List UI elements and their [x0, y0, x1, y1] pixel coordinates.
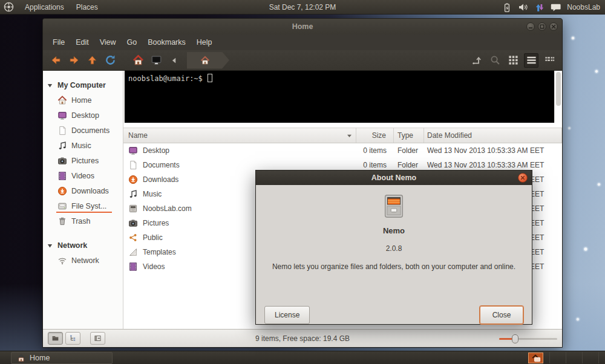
section-label: My Computer	[57, 81, 106, 89]
column-header-size[interactable]: Size	[356, 128, 394, 143]
desktop-icon	[57, 111, 67, 120]
pictures-icon	[57, 156, 67, 166]
menu-file[interactable]: File	[47, 34, 70, 50]
trash-icon	[57, 216, 67, 226]
embedded-terminal[interactable]: noobslab@umair:~$	[123, 71, 554, 123]
slider-handle[interactable]	[512, 334, 518, 343]
username-label[interactable]: NoobsLab	[567, 3, 600, 11]
terminal-prompt: noobslab@umair:~$	[128, 74, 203, 83]
videos-icon	[128, 262, 138, 271]
sidebar-section-header: Network	[43, 238, 123, 253]
sidebar-item-downloads[interactable]: Downloads	[43, 183, 123, 198]
minimize-button[interactable]	[526, 22, 535, 31]
show-places-button[interactable]	[48, 332, 63, 345]
sidebar-item-desktop[interactable]: Desktop	[43, 108, 123, 123]
sidebar-item-network[interactable]: Network	[43, 253, 123, 268]
search-button[interactable]	[488, 53, 502, 68]
expander-icon[interactable]	[47, 243, 53, 249]
terminal-scrollbar[interactable]	[554, 71, 562, 123]
dialog-close-button[interactable]	[518, 173, 528, 183]
sidebar-item-file-syst[interactable]: File Syst...	[43, 198, 123, 213]
compact-view-button[interactable]	[542, 53, 557, 68]
statusbar: 9 items, Free space: 19.4 GB	[43, 329, 562, 347]
home-button[interactable]	[131, 53, 145, 68]
sidebar-item-music[interactable]: Music	[43, 138, 123, 153]
license-button[interactable]: License	[264, 306, 310, 324]
applications-menu[interactable]: Applications	[19, 0, 70, 15]
taskbar-separator	[598, 352, 599, 363]
nemo-app-icon	[380, 192, 408, 220]
show-desktop-button[interactable]	[528, 353, 543, 363]
sidebar-section-header: My Computer	[43, 78, 123, 93]
collapse-breadcrumb-icon[interactable]	[167, 53, 182, 68]
file-row-desktop[interactable]: Desktop0 itemsFolderWed 13 Nov 2013 10:5…	[123, 143, 562, 158]
zoom-slider[interactable]	[499, 334, 557, 343]
home-icon	[200, 56, 210, 65]
distro-logo-icon[interactable]	[4, 2, 14, 12]
battery-icon[interactable]	[502, 2, 512, 12]
public-icon	[128, 233, 138, 242]
list-view-button[interactable]	[524, 53, 538, 68]
volume-icon[interactable]	[518, 2, 529, 12]
music-icon	[57, 141, 67, 151]
desktop-icon	[128, 146, 138, 155]
column-header-date-modified[interactable]: Date Modified	[424, 128, 562, 143]
places-sidebar: My ComputerHomeDesktopDocumentsMusicPict…	[43, 71, 123, 329]
up-button[interactable]	[85, 53, 99, 68]
videos-icon	[57, 171, 67, 181]
status-text: 9 items, Free space: 19.4 GB	[43, 334, 562, 343]
menu-help[interactable]: Help	[191, 34, 218, 50]
places-menu[interactable]: Places	[70, 0, 104, 15]
app-name: Nemo	[256, 226, 532, 235]
refresh-button[interactable]	[103, 53, 117, 68]
icon-view-button[interactable]	[506, 53, 520, 68]
templates-icon	[128, 247, 138, 257]
network-icon	[57, 256, 67, 265]
chat-bubble-icon[interactable]	[551, 2, 561, 12]
section-label: Network	[57, 241, 87, 250]
toggle-location-entry-button[interactable]	[469, 53, 484, 68]
downloads-icon	[57, 186, 67, 196]
maximize-button[interactable]	[538, 22, 546, 31]
sidebar-item-trash[interactable]: Trash	[43, 213, 123, 229]
close-dialog-button[interactable]: Close	[480, 306, 523, 324]
music-icon	[128, 189, 138, 199]
forward-button[interactable]	[67, 53, 81, 68]
system-tray	[502, 2, 561, 12]
sidebar-item-documents[interactable]: Documents	[43, 123, 123, 138]
pictures-icon	[128, 218, 138, 228]
app-description: Nemo lets you organize files and folders…	[256, 262, 532, 271]
dialog-titlebar[interactable]: About Nemo	[256, 171, 532, 185]
dialog-title: About Nemo	[371, 174, 416, 182]
top-panel: Applications Places Sat Dec 7, 12:02 PM …	[0, 0, 605, 15]
computer-button[interactable]	[149, 53, 163, 68]
list-header: Name Size Type Date Modified	[123, 128, 562, 143]
expander-icon[interactable]	[47, 83, 53, 88]
taskbar-window-home[interactable]: Home	[11, 352, 113, 364]
scrollbar-thumb[interactable]	[556, 72, 561, 106]
sidebar-item-pictures[interactable]: Pictures	[43, 153, 123, 168]
close-button[interactable]	[549, 22, 558, 31]
noobslab-icon	[128, 204, 138, 213]
back-button[interactable]	[48, 53, 63, 68]
column-header-type[interactable]: Type	[394, 128, 424, 143]
taskbar-separator	[549, 352, 550, 363]
window-titlebar[interactable]: Home	[43, 19, 562, 34]
breadcrumb-home[interactable]	[187, 52, 229, 69]
menu-bookmarks[interactable]: Bookmarks	[142, 34, 191, 50]
hide-sidepane-button[interactable]	[90, 332, 105, 345]
column-header-name[interactable]: Name	[123, 128, 356, 143]
taskbar-separator	[566, 352, 566, 363]
sync-arrows-icon[interactable]	[534, 2, 545, 12]
menubar: FileEditViewGoBookmarksHelp	[43, 34, 562, 50]
menu-edit[interactable]: Edit	[70, 34, 94, 50]
taskbar: Home	[0, 351, 605, 364]
about-nemo-dialog: About Nemo Nemo 2.0.8 Nemo lets you orga…	[255, 170, 532, 325]
show-treeview-button[interactable]	[65, 332, 80, 345]
menu-go[interactable]: Go	[122, 34, 143, 50]
menu-view[interactable]: View	[94, 34, 122, 50]
home-icon	[17, 354, 25, 362]
sidebar-item-home[interactable]: Home	[43, 93, 123, 108]
sidebar-item-videos[interactable]: Videos	[43, 168, 123, 183]
downloads-icon	[128, 175, 138, 184]
